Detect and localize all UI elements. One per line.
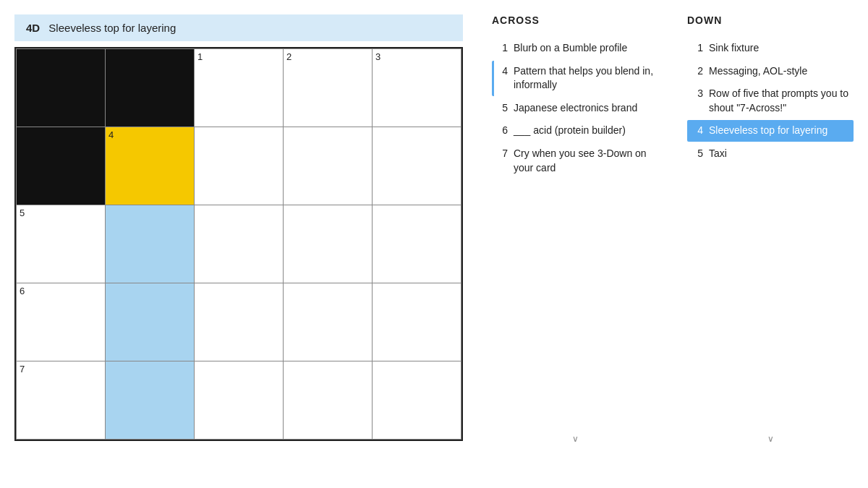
- across-clue-5[interactable]: 5Japanese electronics brand: [492, 98, 658, 119]
- down-clue-4[interactable]: 4Sleeveless top for layering: [687, 120, 854, 142]
- cell-number-2: 2: [286, 51, 292, 62]
- down-clue-num-2: 2: [692, 64, 703, 79]
- across-clue-text-1: Blurb on a Bumble profile: [514, 41, 654, 56]
- cell-4-2[interactable]: [194, 361, 283, 440]
- across-column: ACROSS 1Blurb on a Bumble profile4Patter…: [492, 14, 658, 444]
- cell-1-2[interactable]: [194, 127, 283, 205]
- cell-3-2[interactable]: [194, 283, 283, 361]
- across-clue-text-5: Japanese electronics brand: [514, 101, 654, 116]
- down-clue-text-3: Row of five that prompts you to shout "7…: [709, 87, 849, 115]
- down-clues-list: 1Sink fixture2Messaging, AOL-style3Row o…: [687, 38, 854, 165]
- down-clue-text-2: Messaging, AOL-style: [709, 64, 849, 79]
- down-clue-1[interactable]: 1Sink fixture: [687, 38, 854, 59]
- down-scroll-arrow[interactable]: ∨: [687, 434, 854, 444]
- cell-0-2[interactable]: 1: [194, 49, 283, 127]
- down-clue-num-1: 1: [692, 41, 703, 56]
- across-clue-4[interactable]: 4Pattern that helps you blend in, inform…: [492, 61, 658, 96]
- main-container: 4D Sleeveless top for layering 1234567 A…: [14, 14, 854, 444]
- across-clue-num-7: 7: [496, 147, 508, 175]
- cell-number-6: 6: [20, 286, 25, 296]
- across-clues-list: 1Blurb on a Bumble profile4Pattern that …: [492, 38, 658, 179]
- down-clue-num-4: 4: [692, 124, 703, 138]
- cell-3-0[interactable]: 6: [17, 283, 106, 361]
- across-clue-num-4: 4: [496, 64, 508, 93]
- across-clue-1[interactable]: 1Blurb on a Bumble profile: [492, 38, 658, 59]
- cell-1-4[interactable]: [372, 127, 461, 205]
- cell-0-3[interactable]: 2: [283, 49, 372, 127]
- down-clue-3[interactable]: 3Row of five that prompts you to shout "…: [687, 83, 854, 119]
- clue-banner: 4D Sleeveless top for layering: [14, 14, 463, 41]
- cell-3-1[interactable]: [105, 283, 194, 361]
- cell-4-3[interactable]: [283, 361, 372, 440]
- down-clue-text-5: Taxi: [709, 147, 849, 161]
- down-clue-2[interactable]: 2Messaging, AOL-style: [687, 61, 854, 82]
- cell-number-5: 5: [20, 207, 25, 218]
- cell-number-3: 3: [375, 51, 380, 62]
- crossword-grid: 1234567: [16, 48, 461, 440]
- down-clue-text-1: Sink fixture: [709, 41, 849, 56]
- across-clue-7[interactable]: 7Cry when you see 3-Down on your card: [492, 143, 658, 179]
- across-clue-text-6: ___ acid (protein builder): [514, 124, 654, 138]
- across-title: ACROSS: [492, 14, 658, 29]
- across-clue-6[interactable]: 6___ acid (protein builder): [492, 120, 658, 142]
- down-column: DOWN 1Sink fixture2Messaging, AOL-style3…: [687, 14, 854, 444]
- cell-0-4[interactable]: 3: [372, 49, 461, 127]
- cell-number-7: 7: [20, 364, 25, 374]
- cell-3-3[interactable]: [283, 283, 372, 361]
- cell-2-0[interactable]: 5: [17, 205, 106, 283]
- cell-1-1[interactable]: 4: [105, 127, 194, 205]
- crossword-grid-container: 1234567: [14, 47, 463, 441]
- cell-number-4: 4: [109, 129, 114, 140]
- cell-4-4[interactable]: [372, 361, 461, 440]
- across-clue-text-4: Pattern that helps you blend in, informa…: [514, 64, 654, 93]
- cell-3-4[interactable]: [372, 283, 461, 361]
- cell-4-0[interactable]: 7: [17, 361, 106, 440]
- cell-number-1: 1: [197, 51, 203, 62]
- banner-number: 4D: [26, 22, 40, 34]
- cell-2-1[interactable]: [105, 205, 194, 283]
- cell-2-3[interactable]: [283, 205, 372, 283]
- clues-section: ACROSS 1Blurb on a Bumble profile4Patter…: [492, 14, 854, 444]
- down-clue-5[interactable]: 5Taxi: [687, 143, 854, 165]
- across-clue-text-7: Cry when you see 3-Down on your card: [514, 147, 654, 175]
- down-clue-text-4: Sleeveless top for layering: [709, 124, 849, 138]
- crossword-section: 4D Sleeveless top for layering 1234567: [14, 14, 463, 444]
- banner-clue: Sleeveless top for layering: [48, 22, 176, 34]
- cell-2-2[interactable]: [194, 205, 283, 283]
- cell-0-1[interactable]: [105, 49, 194, 127]
- across-clue-num-1: 1: [496, 41, 508, 56]
- cell-2-4[interactable]: [372, 205, 461, 283]
- across-clue-num-5: 5: [496, 101, 508, 116]
- cell-4-1[interactable]: [105, 361, 194, 440]
- down-title: DOWN: [687, 14, 854, 29]
- cell-1-0[interactable]: [17, 127, 106, 205]
- down-clue-num-3: 3: [692, 87, 703, 115]
- down-clue-num-5: 5: [692, 147, 703, 161]
- across-scroll-arrow[interactable]: ∨: [492, 434, 658, 444]
- cell-1-3[interactable]: [283, 127, 372, 205]
- cell-0-0[interactable]: [17, 49, 106, 127]
- across-clue-num-6: 6: [496, 124, 508, 138]
